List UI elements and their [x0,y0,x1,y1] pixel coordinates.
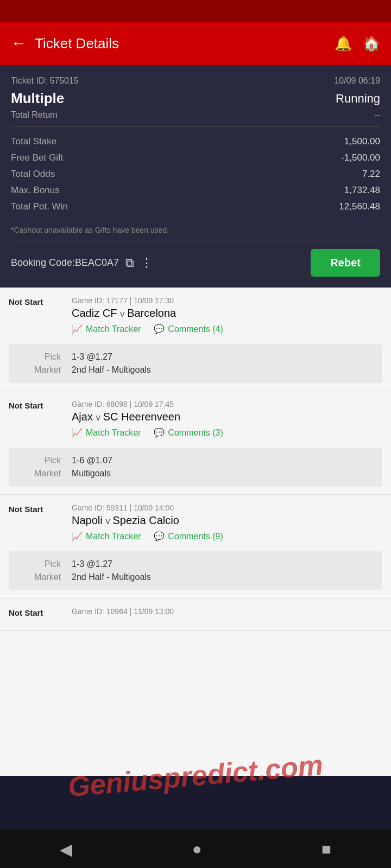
home-team: Napoli [72,514,103,526]
match-meta: Game ID: 68098 | 10/09 17:45 Ajax v SC H… [72,400,382,443]
nav-recents-button[interactable]: ■ [321,840,331,858]
status-bar [0,0,391,22]
ticket-datetime: 10/09 06:19 [334,76,380,86]
versus: v [96,412,103,423]
booking-section: Booking Code:BEAC0A7 ⧉ ⋮ Rebet [11,241,380,282]
not-start-badge: Not Start [9,400,63,410]
home-icon[interactable]: 🏠 [363,35,380,52]
rebet-button[interactable]: Rebet [311,249,380,277]
pick-row: Pick 1-6 @1.07 [17,454,374,467]
max-bonus-value: 1,732.48 [344,185,380,196]
total-stake-row: Total Stake 1,500.00 [11,133,380,150]
pick-market-box: Pick 1-6 @1.07 Market Multigoals [9,448,382,487]
not-start-badge: Not Start [9,296,63,307]
header-left: ← Ticket Details [11,35,119,52]
ticket-id-row: Ticket ID: 575015 10/09 06:19 [11,76,380,86]
game-id: Game ID: 17177 | 10/09 17:30 [72,296,382,305]
market-label: Market [17,365,61,375]
copy-icon[interactable]: ⧉ [125,256,134,270]
total-pot-win-label: Total Pot. Win [11,201,68,212]
market-row: Market Multigoals [17,467,374,480]
matches-section: Not Start Game ID: 17177 | 10/09 17:30 C… [0,288,391,776]
tracker-icon: 📈 [72,427,83,438]
comments-label: Comments (9) [168,532,223,541]
match-teams: Cadiz CF v Barcelona [72,307,382,320]
market-label: Market [17,469,61,478]
match-links: 📈 Match Tracker 💬 Comments (3) [72,427,382,438]
match-links: 📈 Match Tracker 💬 Comments (4) [72,324,382,334]
game-id: Game ID: 59311 | 10/09 14:00 [72,503,382,512]
match-header: Not Start Game ID: 68098 | 10/09 17:45 A… [9,400,382,443]
match-header: Not Start Game ID: 10964 | 11/09 13:00 [9,607,382,618]
pick-row: Pick 1-3 @1.27 [17,350,374,363]
match-tracker-link[interactable]: 📈 Match Tracker [72,427,141,438]
comments-icon: 💬 [154,531,165,541]
cashout-note: *Cashout unavailable as Gifts have been … [11,220,380,241]
market-value: Multigoals [72,469,111,478]
comments-label: Comments (3) [168,428,223,438]
match-header: Not Start Game ID: 17177 | 10/09 17:30 C… [9,296,382,340]
market-value: 2nd Half - Multigoals [72,572,151,582]
comments-link[interactable]: 💬 Comments (3) [154,427,223,438]
match-item: Not Start Game ID: 68098 | 10/09 17:45 A… [0,391,391,495]
free-bet-row: Free Bet Gift -1,500.00 [11,150,380,166]
watermark: Geniuspredict.com [0,743,391,809]
total-return-value: -- [374,110,380,120]
pick-value: 1-3 @1.27 [72,352,112,362]
header: ← Ticket Details 🔔 🏠 [0,22,391,65]
max-bonus-label: Max. Bonus [11,185,60,196]
market-value: 2nd Half - Multigoals [72,365,151,375]
pick-label: Pick [17,559,61,569]
ticket-type-row: Multiple Running [11,90,380,107]
total-return-label: Total Return [11,110,58,120]
pick-label: Pick [17,352,61,362]
game-id: Game ID: 10964 | 11/09 13:00 [72,607,382,616]
game-id: Game ID: 68098 | 10/09 17:45 [72,400,382,409]
total-stake-value: 1,500.00 [344,136,380,147]
match-meta: Game ID: 59311 | 10/09 14:00 Napoli v Sp… [72,503,382,547]
free-bet-value: -1,500.00 [341,152,380,163]
pick-value: 1-6 @1.07 [72,456,112,465]
bell-icon[interactable]: 🔔 [335,35,352,52]
max-bonus-row: Max. Bonus 1,732.48 [11,182,380,199]
market-row: Market 2nd Half - Multigoals [17,363,374,376]
pick-market-box: Pick 1-3 @1.27 Market 2nd Half - Multigo… [9,551,382,590]
total-stake-label: Total Stake [11,136,56,147]
total-return-row: Total Return -- [11,110,380,127]
match-teams: Napoli v Spezia Calcio [72,514,382,527]
total-pot-win-row: Total Pot. Win 12,560.48 [11,199,380,215]
match-item: Not Start Game ID: 10964 | 11/09 13:00 [0,598,391,631]
comments-label: Comments (4) [168,324,223,334]
total-pot-win-value: 12,560.48 [339,201,380,212]
home-team: Cadiz CF [72,307,117,319]
tracker-label: Match Tracker [86,532,141,541]
match-meta: Game ID: 17177 | 10/09 17:30 Cadiz CF v … [72,296,382,340]
match-teams: Ajax v SC Heerenveen [72,411,382,423]
nav-home-button[interactable]: ● [192,840,201,858]
ticket-status: Running [336,92,380,106]
back-button[interactable]: ← [11,35,26,52]
total-odds-value: 7.22 [362,169,380,180]
pick-label: Pick [17,456,61,465]
home-team: Ajax [72,411,93,423]
market-row: Market 2nd Half - Multigoals [17,571,374,584]
match-item: Not Start Game ID: 59311 | 10/09 14:00 N… [0,495,391,598]
header-icons: 🔔 🏠 [335,35,380,52]
pick-value: 1-3 @1.27 [72,559,112,569]
match-tracker-link[interactable]: 📈 Match Tracker [72,531,141,541]
stats-section: Total Stake 1,500.00 Free Bet Gift -1,50… [11,133,380,220]
ticket-id: Ticket ID: 575015 [11,76,79,86]
match-links: 📈 Match Tracker 💬 Comments (9) [72,531,382,541]
comments-link[interactable]: 💬 Comments (4) [154,324,223,334]
share-icon[interactable]: ⋮ [141,256,153,270]
nav-back-button[interactable]: ◀ [60,840,72,859]
nav-bar: ◀ ● ■ [0,830,391,868]
tracker-icon: 📈 [72,324,83,334]
comments-link[interactable]: 💬 Comments (9) [154,531,223,541]
match-tracker-link[interactable]: 📈 Match Tracker [72,324,141,334]
tracker-label: Match Tracker [86,324,141,334]
comments-icon: 💬 [154,324,165,334]
total-odds-label: Total Odds [11,169,55,180]
pick-market-box: Pick 1-3 @1.27 Market 2nd Half - Multigo… [9,344,382,383]
ticket-info: Ticket ID: 575015 10/09 06:19 Multiple R… [0,65,391,288]
